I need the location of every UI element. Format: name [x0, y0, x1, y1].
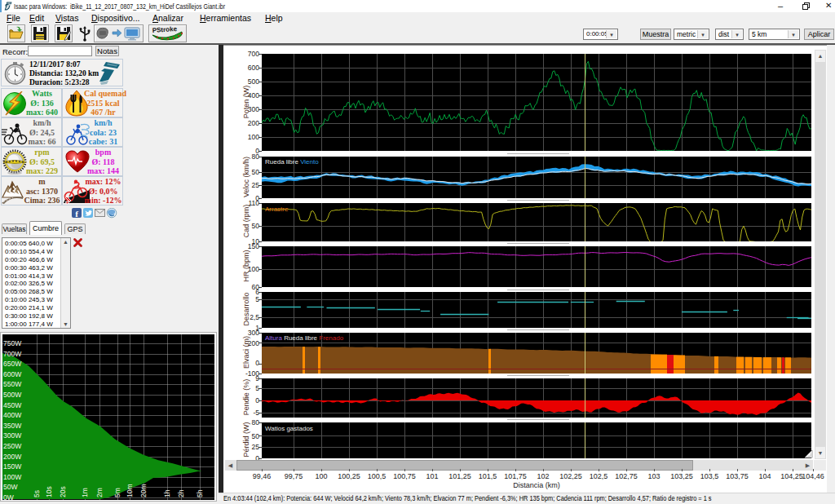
svg-text:150W: 150W — [3, 462, 21, 471]
svg-text:350W: 350W — [3, 422, 21, 430]
svg-text:2h: 2h — [177, 489, 185, 497]
svg-text:PStroke: PStroke — [152, 25, 177, 34]
svg-text:450W: 450W — [3, 401, 21, 409]
svg-text:Rueda libre Viento: Rueda libre Viento — [265, 158, 319, 166]
svg-text:Watios gastados: Watios gastados — [265, 425, 313, 432]
svg-text:20m: 20m — [139, 484, 148, 497]
svg-text:2m: 2m — [95, 488, 104, 497]
svg-text:500W: 500W — [3, 391, 21, 399]
svg-text:Altura Rueda libre Frenado: Altura Rueda libre Frenado — [265, 334, 344, 342]
svg-text:10m: 10m — [126, 484, 134, 497]
svg-text:200W: 200W — [3, 453, 21, 461]
svg-text:50W: 50W — [3, 483, 17, 491]
svg-text:600W: 600W — [3, 370, 21, 378]
svg-text:0W: 0W — [3, 493, 14, 500]
svg-text:750W: 750W — [3, 339, 21, 347]
svg-text:1m: 1m — [81, 488, 89, 497]
svg-text:400W: 400W — [3, 411, 21, 419]
svg-text:5h: 5h — [196, 489, 204, 497]
svg-text:700W: 700W — [3, 350, 21, 358]
svg-text:20s: 20s — [59, 486, 67, 497]
svg-text:250W: 250W — [3, 442, 21, 450]
svg-text:Arrastre: Arrastre — [265, 206, 289, 213]
svg-text:300W: 300W — [3, 431, 21, 440]
svg-text:5m: 5m — [113, 488, 121, 497]
svg-text:10s: 10s — [45, 486, 53, 497]
svg-text:100W: 100W — [3, 473, 21, 481]
svg-text:5s: 5s — [33, 490, 41, 497]
svg-text:650W: 650W — [3, 360, 21, 368]
svg-text:550W: 550W — [3, 380, 21, 388]
svg-text:1h: 1h — [163, 489, 171, 497]
svg-text:f: f — [75, 209, 78, 219]
